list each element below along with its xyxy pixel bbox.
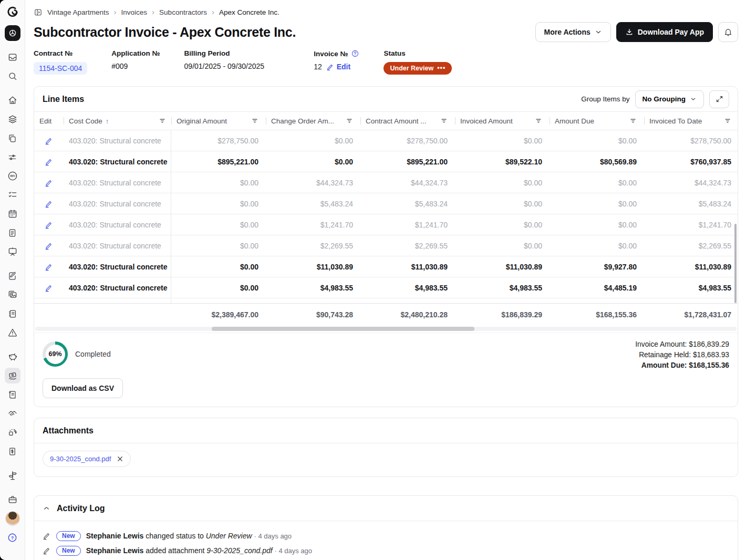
sliders-icon[interactable]	[5, 149, 20, 165]
filter-icon[interactable]	[251, 117, 258, 125]
photos-icon[interactable]	[5, 287, 20, 303]
signpost-icon[interactable]	[5, 468, 20, 483]
edit-row-button[interactable]	[34, 284, 64, 292]
status-badge[interactable]: Under Review •••	[384, 62, 452, 75]
help-circle-icon[interactable]	[351, 49, 359, 58]
table-row[interactable]: 403.020: Structural concrete $0.00 $2,26…	[34, 235, 738, 256]
piggy-bank-icon[interactable]	[5, 349, 20, 365]
notifications-bell-button[interactable]	[718, 22, 738, 42]
documents-icon[interactable]	[5, 130, 20, 146]
cost-code-cell: 403.020: Structural concrete	[64, 130, 171, 151]
download-csv-button[interactable]: Download as CSV	[43, 378, 123, 398]
expand-table-button[interactable]	[709, 90, 729, 108]
column-cost-code[interactable]: Cost Code ↑	[64, 112, 171, 130]
scrollbar-thumb[interactable]	[212, 327, 474, 331]
table-row[interactable]: 403.020: Structural concrete $0.00 $1,24…	[34, 214, 738, 235]
table-row[interactable]: 403.020: Structural concrete $895,221.00…	[34, 151, 738, 172]
breadcrumb-separator: ›	[212, 7, 214, 16]
help-icon[interactable]: ?	[5, 530, 20, 545]
column-change-order-amount[interactable]: Change Order Am...	[266, 112, 360, 130]
breadcrumb-current: Apex Concrete Inc.	[219, 8, 279, 16]
original-amount-cell: $0.00	[171, 284, 266, 292]
grouping-select[interactable]: No Grouping	[635, 90, 704, 108]
drawings-pen-icon[interactable]	[5, 268, 20, 284]
new-badge: New	[56, 546, 81, 556]
edit-row-button[interactable]	[34, 179, 64, 187]
attachment-chip[interactable]: 9-30-2025_cond.pdf	[43, 451, 131, 467]
filter-icon[interactable]	[724, 117, 731, 125]
sort-asc-icon[interactable]: ↑	[106, 117, 109, 125]
layers-icon[interactable]	[5, 111, 20, 127]
presentation-board-icon[interactable]	[5, 244, 20, 260]
daily-log-icon[interactable]	[5, 225, 20, 241]
column-original-amount[interactable]: Original Amount	[171, 112, 266, 130]
edit-row-button[interactable]	[34, 242, 64, 250]
invoiced-amount-cell: $0.00	[455, 221, 550, 229]
invoice-meta: Contract № 1154-SC-004 Application № #00…	[34, 49, 738, 75]
total-amount-due: $168,155.36	[550, 310, 644, 319]
breadcrumb-separator: ›	[152, 7, 154, 16]
amount-due-cell: $80,569.89	[550, 158, 644, 166]
checklist-icon[interactable]	[5, 187, 20, 203]
filter-icon[interactable]	[159, 117, 166, 125]
inbox-icon[interactable]	[5, 49, 20, 65]
rfi-icon[interactable]: RFI	[5, 168, 20, 184]
edit-row-button[interactable]	[34, 200, 64, 208]
column-amount-due[interactable]: Amount Due	[550, 112, 644, 130]
edit-row-button[interactable]	[34, 137, 64, 145]
filter-icon[interactable]	[535, 117, 542, 125]
contract-number-chip[interactable]: 1154-SC-004	[34, 62, 87, 75]
collapse-activity-log-icon[interactable]	[43, 504, 50, 512]
table-row[interactable]: 403.020: Structural concrete $0.00 $4,98…	[34, 277, 738, 298]
project-switcher-icon[interactable]	[5, 25, 20, 41]
billing-period-value: 09/01/2025 - 09/30/2025	[184, 62, 265, 70]
notebook-icon[interactable]	[5, 306, 20, 322]
edit-row-button[interactable]	[34, 263, 64, 271]
filter-icon[interactable]	[346, 117, 353, 125]
calendar-icon[interactable]	[5, 206, 20, 222]
table-row[interactable]: 403.020: Structural concrete $278,750.00…	[34, 130, 738, 151]
table-horizontal-scrollbar[interactable]	[35, 327, 737, 331]
more-actions-button[interactable]: More Actions	[535, 22, 611, 42]
download-pay-app-label: Download Pay App	[638, 28, 704, 36]
home-icon[interactable]	[5, 92, 20, 108]
contract-scroll-icon[interactable]	[5, 387, 20, 402]
edit-row-button[interactable]	[34, 221, 64, 229]
breadcrumb-subcontractors[interactable]: Subcontractors	[159, 8, 207, 16]
cost-code-cell: 403.020: Structural concrete	[64, 256, 171, 277]
warning-triangle-icon[interactable]	[5, 325, 20, 340]
handshake-icon[interactable]	[5, 406, 20, 421]
grouping-value: No Grouping	[643, 95, 686, 103]
invoiced-amount-cell: $0.00	[455, 242, 550, 250]
svg-text:?: ?	[11, 535, 14, 540]
activity-actor: Stephanie Lewis	[86, 546, 144, 555]
table-row[interactable]: 404.010: Structural CMU $77,442.00 $0.00…	[34, 298, 738, 303]
table-row[interactable]: 403.020: Structural concrete $0.00 $44,3…	[34, 172, 738, 193]
column-invoiced-amount[interactable]: Invoiced Amount	[455, 112, 550, 130]
filter-icon[interactable]	[440, 117, 448, 125]
user-avatar[interactable]	[5, 511, 20, 526]
activity-time: · 4 days ago	[254, 532, 292, 540]
table-row[interactable]: 403.020: Structural concrete $0.00 $11,0…	[34, 256, 738, 277]
payments-icon[interactable]	[5, 368, 20, 383]
company-logo-icon[interactable]	[5, 4, 20, 20]
breadcrumb-invoices[interactable]: Invoices	[121, 8, 148, 16]
edit-invoice-number-link[interactable]: Edit	[326, 63, 350, 71]
spending-coins-icon[interactable]	[5, 424, 20, 440]
breadcrumb-project[interactable]: Vintage Apartments	[47, 8, 109, 16]
panel-toggle-icon[interactable]	[34, 8, 43, 17]
briefcase-icon[interactable]	[5, 492, 20, 507]
remove-attachment-icon[interactable]	[117, 455, 123, 462]
table-vertical-scrollbar[interactable]	[734, 224, 737, 303]
column-invoiced-to-date[interactable]: Invoiced To Date	[644, 112, 739, 130]
column-contract-amount[interactable]: Contract Amount ...	[360, 112, 455, 130]
edit-row-button[interactable]	[34, 158, 64, 166]
attachment-file-name[interactable]: 9-30-2025_cond.pdf	[50, 455, 111, 463]
invoice-dollar-icon[interactable]	[5, 443, 20, 459]
total-original-amount: $2,389,467.00	[171, 310, 266, 319]
search-icon[interactable]	[5, 68, 20, 84]
filter-icon[interactable]	[629, 117, 637, 125]
table-row[interactable]: 403.020: Structural concrete $0.00 $5,48…	[34, 193, 738, 214]
download-pay-app-button[interactable]: Download Pay App	[616, 22, 713, 42]
pencil-icon	[45, 158, 53, 166]
